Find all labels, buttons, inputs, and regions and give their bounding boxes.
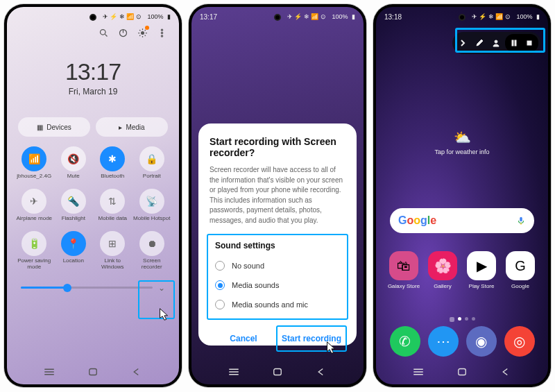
google-search-bar[interactable]: Google [390,208,534,233]
tile-mobile-hotspot[interactable]: 📡Mobile Hotspot [133,189,171,227]
navigation-bar [191,366,364,377]
radio-media-sounds[interactable]: Media sounds [212,275,343,295]
svg-rect-25 [459,369,466,375]
tile-jbhouse-2-4g[interactable]: 📶jbhouse_2.4G [15,146,53,185]
svg-point-7 [161,35,162,36]
app-row-1: 🛍Galaxy Store🌸Gallery▶Play StoreGGoogle [386,251,538,289]
tile-portrait[interactable]: 🔒Portrait [133,146,171,185]
tile-screen-recorder[interactable]: ⏺Screen recorder [133,231,171,271]
weather-widget[interactable]: ⛅ Tap for weather info [376,129,548,155]
search-icon[interactable] [97,26,110,39]
tile-location[interactable]: 📍Location [55,231,93,271]
sound-settings-heading: Sound settings [212,241,343,250]
clock-widget: 13:17 Fri, March 19 [7,58,179,96]
home-button[interactable] [84,366,102,377]
front-camera [459,14,466,21]
tile-airplane-mode[interactable]: ✈Airplane mode [15,189,53,227]
quick-settings-top-row [7,26,179,42]
back-button[interactable] [497,366,515,377]
phone-app[interactable]: ✆ [390,326,420,357]
weather-text: Tap for weather info [376,148,548,155]
app-google[interactable]: GGoogle [502,251,538,289]
devices-chip[interactable]: ▦ Devices [18,117,90,137]
tile-bluetooth[interactable]: ✱Bluetooth [94,146,132,185]
google-logo: Google [398,214,436,227]
svg-point-6 [161,32,162,33]
weather-icon: ⛅ [376,129,548,146]
phone-home-recording: 13:18 ✈ ⚡ ❄ 📶 ⊙ 100% ▮ ⛅ Tap for weather… [373,4,551,387]
svg-rect-11 [89,369,97,375]
clock-date: Fri, March 19 [7,87,179,96]
cursor-icon [323,340,339,355]
camera-app[interactable]: ◎ [504,326,535,357]
front-camera [274,14,281,21]
svg-point-5 [161,29,162,31]
recents-button[interactable] [409,366,427,377]
status-icons: ✈ ⚡ ❄ 📶 ⊙ 100% ▮ [103,13,171,20]
home-button[interactable] [453,366,471,377]
cancel-button[interactable]: Cancel [210,327,278,350]
cursor-icon [156,307,171,322]
quick-tiles-grid: 📶jbhouse_2.4G🔇Mute✱Bluetooth🔒Portrait✈Ai… [7,144,179,271]
sound-settings-section: Sound settings No soundMedia soundsMedia… [207,234,348,320]
mic-icon[interactable] [516,216,526,225]
media-chip[interactable]: ▸ Media [96,117,168,137]
internet-app[interactable]: ◉ [466,326,497,357]
dock: ✆ ⋯ ◉ ◎ [386,326,538,357]
back-button[interactable] [312,366,330,377]
app-play-store[interactable]: ▶Play Store [463,251,500,289]
svg-point-0 [100,29,105,35]
tile-power-saving-mode[interactable]: 🔋Power saving mode [15,231,53,271]
dialog-title: Start recording with Screen recorder? [210,136,345,158]
navigation-bar [376,366,548,377]
messages-app[interactable]: ⋯ [428,326,459,357]
tile-mute[interactable]: 🔇Mute [55,146,93,185]
tile-mobile-data[interactable]: ⇅Mobile data [94,189,132,227]
screen-recorder-dialog: Start recording with Screen recorder? Sc… [198,123,357,346]
status-icons: ✈ ⚡ ❄ 📶 ⊙ 100% ▮ [472,13,540,20]
app-galaxy-store[interactable]: 🛍Galaxy Store [386,251,422,289]
app-gallery[interactable]: 🌸Gallery [425,251,461,289]
tile-link-to-windows[interactable]: ⊞Link to Windows [94,231,132,271]
highlight-recorder-toolbar [455,28,545,53]
page-indicator [376,317,548,322]
home-dot [450,317,454,322]
svg-line-1 [105,34,107,36]
status-icons: ✈ ⚡ ❄ 📶 ⊙ 100% ▮ [287,13,355,20]
home-button[interactable] [268,366,287,377]
phone-quick-settings: ✈ ⚡ ❄ 📶 ⊙ 100% ▮ 13:17 Fri, March 19 ▦ D… [4,4,182,387]
svg-rect-15 [274,369,282,375]
svg-rect-20 [520,217,522,221]
dialog-body: Screen recorder will have access to all … [210,165,345,225]
status-time: 13:17 [200,13,217,21]
front-camera [89,14,96,21]
power-icon[interactable] [117,26,129,39]
more-icon[interactable] [155,26,168,39]
clock-time: 13:17 [7,58,179,85]
recents-button[interactable] [40,366,58,377]
tile-flashlight[interactable]: 🔦Flashlight [55,189,93,227]
navigation-bar [7,366,179,377]
radio-media-sounds-and-mic[interactable]: Media sounds and mic [212,295,343,314]
status-time: 13:18 [384,13,402,21]
phone-recording-dialog: 13:17 ✈ ⚡ ❄ 📶 ⊙ 100% ▮ Start recording w… [189,4,366,387]
recents-button[interactable] [225,366,243,377]
back-button[interactable] [128,366,146,377]
settings-icon[interactable] [136,26,148,39]
radio-no-sound[interactable]: No sound [212,256,343,275]
svg-point-4 [141,31,144,34]
